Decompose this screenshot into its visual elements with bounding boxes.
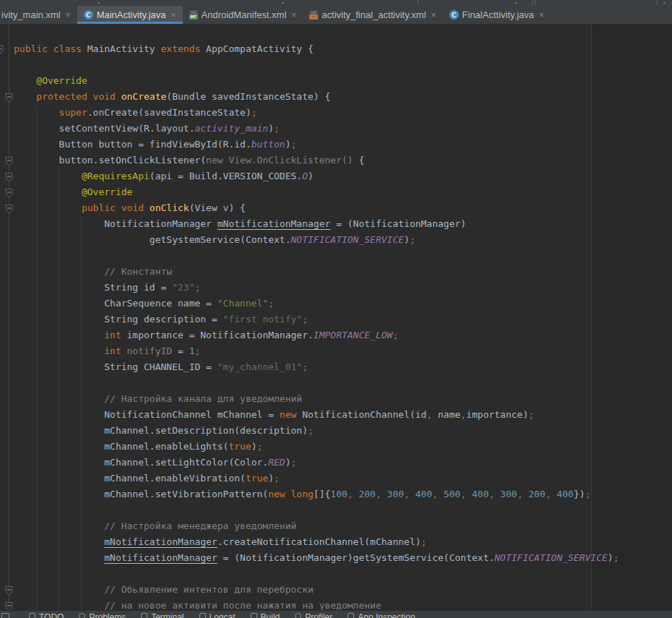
- tool-window-button-app-inspection[interactable]: App Inspection: [348, 612, 415, 618]
- code-line: [14, 57, 619, 73]
- tab-label: MainActivity.java: [97, 9, 166, 20]
- code-line: mChannel.setLightColor(Color.RED);: [14, 455, 619, 471]
- editor-tabs: ivity_main.xml×CMainActivity.java×MFAndr…: [0, 6, 672, 24]
- code-line: NotificationManager mNotificationManager…: [14, 216, 619, 232]
- fold-marker-icon[interactable]: [4, 93, 14, 103]
- code-line: mChannel.enableVibration(true);: [14, 471, 619, 486]
- tab-close-icon[interactable]: ×: [171, 11, 176, 20]
- tab-label: FinalActtivity.java: [462, 9, 534, 20]
- code-line: super.onCreate(savedInstanceState);: [14, 105, 619, 121]
- java-class-icon: C: [449, 10, 459, 20]
- code-line: @RequiresApi(api = Build.VERSION_CODES.O…: [14, 168, 619, 184]
- terminal-icon: [141, 613, 147, 618]
- fold-marker-icon[interactable]: [4, 585, 14, 596]
- tab-close-icon[interactable]: ×: [66, 11, 71, 20]
- tab-androidmanifest-xml[interactable]: MFAndroidManifest.xml×: [183, 6, 303, 24]
- code-line: getSystemService(Context.NOTIFICATION_SE…: [14, 232, 619, 248]
- code-line: setContentView(R.layout.activity_main);: [14, 121, 619, 137]
- tool-window-label: App Inspection: [358, 612, 415, 618]
- code-line: @Override: [14, 184, 619, 200]
- tool-window-button-logcat[interactable]: Logcat: [199, 612, 236, 618]
- code-line: [14, 375, 619, 391]
- logcat-icon: [199, 613, 206, 618]
- code-line: String id = "23";: [14, 280, 619, 296]
- tab-label: ivity_main.xml: [1, 9, 61, 20]
- todo-icon: [29, 613, 35, 618]
- fold-marker-icon[interactable]: [4, 188, 14, 198]
- tool-window-label: Terminal: [151, 612, 184, 618]
- tool-window-label: Problems: [89, 612, 126, 618]
- code-text: public class MainActivity extends AppCom…: [14, 41, 619, 610]
- tool-window-button-terminal[interactable]: Terminal: [141, 612, 184, 618]
- tool-window-bar: TODOProblemsTerminalLogcatBuildProfilerA…: [0, 610, 672, 618]
- fold-marker-icon[interactable]: [0, 45, 4, 55]
- tab-close-icon[interactable]: ×: [431, 11, 436, 20]
- layout-file-icon: ··: [309, 10, 318, 20]
- code-line: [14, 502, 619, 518]
- code-line: // Константы: [14, 264, 619, 280]
- code-line: int importance = NotificationManager.IMP…: [14, 327, 619, 343]
- code-line: @Override: [14, 73, 619, 89]
- code-line: [14, 566, 619, 582]
- code-line: Button button = findViewById(R.id.button…: [14, 137, 619, 153]
- code-line: // Обьявление интентов для переброски: [14, 582, 619, 598]
- tab-label: activity_final_acttivity.xml: [322, 9, 426, 20]
- tool-window-button-build[interactable]: Build: [251, 612, 280, 618]
- tab-close-icon[interactable]: ×: [539, 11, 544, 20]
- code-line: String CHANNEL_ID = "my_channel_01";: [14, 359, 619, 375]
- fold-marker-icon[interactable]: [4, 156, 14, 166]
- tool-window-button-todo[interactable]: TODO: [29, 612, 64, 618]
- code-line: mChannel.setVibrationPattern(new long[]{…: [14, 486, 619, 502]
- run-configuration-widget[interactable]: [418, 0, 533, 6]
- tab-close-icon[interactable]: ×: [291, 11, 296, 20]
- fold-marker-icon[interactable]: [4, 601, 14, 610]
- profiler-icon: [295, 613, 301, 618]
- tab-ivity-main-xml[interactable]: ivity_main.xml×: [0, 6, 77, 24]
- code-line: // Настройка менеджера уведомлений: [14, 518, 619, 534]
- code-line: mChannel.enableLights(true);: [14, 439, 619, 455]
- code-line: mChannel.setDescription(description);: [14, 423, 619, 439]
- code-line: [14, 248, 619, 264]
- code-line: mNotificationManager = (NotificationMana…: [14, 550, 619, 566]
- tool-window-label: Profiler: [305, 612, 332, 618]
- code-line: NotificationChannel mChannel = new Notif…: [14, 407, 619, 423]
- java-class-icon: C: [84, 10, 93, 20]
- tab-mainactivity-java[interactable]: CMainActivity.java×: [77, 6, 183, 24]
- tab-label: AndroidManifest.xml: [202, 9, 287, 20]
- tool-window-button-problems[interactable]: Problems: [79, 612, 126, 618]
- tool-window-label: Logcat: [210, 612, 236, 618]
- tool-window-stub-icon: [1, 613, 9, 618]
- toolbar-tick: [663, 2, 665, 4]
- tab-finalacttivity-java[interactable]: CFinalActtivity.java×: [443, 6, 551, 24]
- code-line: // Настройка канала для уведомлений: [14, 391, 619, 407]
- fold-marker-icon[interactable]: [4, 204, 14, 214]
- tool-window-button-profiler[interactable]: Profiler: [295, 612, 332, 618]
- code-line: public void onClick(View v) {: [14, 200, 619, 216]
- toolbar-tick: [98, 2, 100, 4]
- gutter-fold-line: [9, 24, 9, 610]
- device-selector-widget[interactable]: [535, 0, 658, 6]
- code-line: mNotificationManager.createNotificationC…: [14, 534, 619, 550]
- code-editor[interactable]: public class MainActivity extends AppCom…: [0, 24, 672, 610]
- manifest-file-icon: MF: [189, 10, 198, 20]
- tool-window-label: Build: [261, 612, 280, 618]
- code-line: public class MainActivity extends AppCom…: [14, 41, 619, 57]
- tab-activity-final-acttivity-xml[interactable]: ··activity_final_acttivity.xml×: [303, 6, 442, 24]
- code-line: // на новое активити после нажатия на ув…: [14, 598, 619, 610]
- code-line: button.setOnClickListener(new View.OnCli…: [14, 153, 619, 168]
- build-icon: [251, 613, 257, 618]
- problems-icon: [79, 613, 85, 618]
- tool-window-label: TODO: [39, 612, 64, 618]
- main-toolbar: [0, 0, 672, 6]
- app-inspection-icon: [348, 613, 354, 618]
- code-line: String description = "first notify";: [14, 312, 619, 327]
- code-line: CharSequence name = "Channel";: [14, 296, 619, 312]
- code-line: int notifyID = 1;: [14, 343, 619, 359]
- toolbar-tick: [282, 2, 284, 4]
- code-line: protected void onCreate(Bundle savedInst…: [14, 89, 619, 105]
- fold-marker-icon[interactable]: [4, 172, 14, 182]
